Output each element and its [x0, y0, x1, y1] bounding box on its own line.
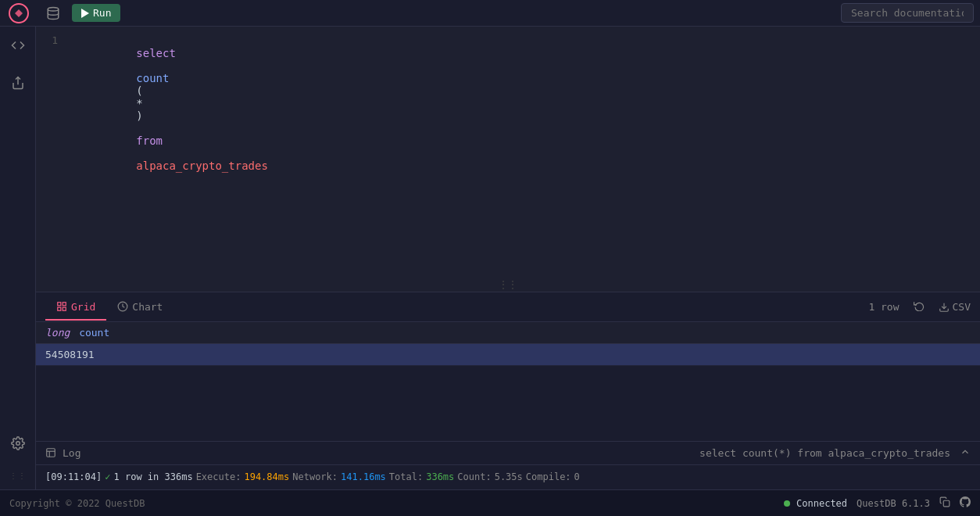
log-execute-label: Execute:: [196, 470, 241, 485]
line-numbers: 1: [36, 27, 64, 292]
tab-chart[interactable]: Chart: [106, 295, 173, 321]
status-bar: Copyright © 2022 QuestDB Connected Quest…: [0, 489, 980, 516]
sidebar: ⋮⋮: [0, 27, 36, 489]
svg-rect-6: [63, 303, 66, 306]
log-compile-label: Compile:: [526, 470, 571, 485]
results-tabs: Grid Chart 1 row: [36, 292, 980, 322]
col-count-header: long count: [36, 322, 980, 344]
connected-label: Connected: [796, 498, 847, 509]
drag-handle[interactable]: ⋮⋮: [497, 278, 519, 292]
svg-point-4: [16, 442, 20, 446]
col-type: long: [45, 327, 70, 339]
search-input[interactable]: [841, 3, 974, 23]
kw-close-paren: ): [136, 109, 142, 122]
svg-marker-2: [81, 9, 89, 18]
chart-icon: [117, 301, 128, 312]
log-content: [09:11:04] ✓ 1 row in 336ms Execute: 194…: [36, 465, 980, 489]
kw-paren: (: [136, 84, 142, 97]
log-total-label: Total:: [389, 470, 423, 485]
kw-star: *: [136, 97, 142, 109]
log-query-echo: select count(*) from alpaca_crypto_trade…: [699, 447, 950, 459]
tab-grid[interactable]: Grid: [45, 295, 106, 321]
svg-rect-5: [58, 303, 61, 306]
copyright: Copyright © 2022 QuestDB: [9, 498, 145, 509]
cell-value: 54508191: [45, 349, 95, 360]
refresh-button[interactable]: [909, 299, 929, 316]
connected-status: Connected: [784, 498, 847, 509]
svg-point-1: [48, 7, 59, 11]
data-table-wrap: long count 54508191: [36, 322, 980, 441]
log-count-label: Count:: [457, 470, 491, 485]
log-success-msg: 1 row in 336ms: [113, 470, 192, 485]
tab-right: 1 row CSV: [868, 299, 971, 316]
main-layout: ⋮⋮ 1 select count ( * ) from: [0, 27, 980, 489]
sidebar-item-settings[interactable]: [5, 431, 30, 456]
col-name: count: [79, 327, 109, 339]
log-expand-icon[interactable]: [960, 446, 971, 460]
sidebar-item-code[interactable]: [5, 33, 30, 58]
table-header: long count: [36, 322, 980, 344]
table-body: 54508191: [36, 344, 980, 366]
topbar: Run: [0, 0, 980, 27]
topbar-left: Run: [6, 1, 120, 26]
logo-icon[interactable]: [6, 1, 31, 26]
log-compile-val: 0: [574, 470, 580, 485]
log-count-val: 5.35s: [495, 470, 523, 485]
svg-rect-14: [943, 500, 950, 507]
version-text: QuestDB 6.1.3: [857, 498, 930, 509]
content-area: 1 select count ( * ) from alpaca_crypto_…: [36, 27, 980, 489]
log-network-val: 141.16ms: [341, 470, 386, 485]
results-area: Grid Chart 1 row: [36, 292, 980, 489]
editor-area: 1 select count ( * ) from alpaca_crypto_…: [36, 27, 980, 292]
svg-rect-8: [63, 307, 66, 310]
table-cell-count: 54508191: [36, 344, 980, 366]
editor-inner: 1 select count ( * ) from alpaca_crypto_…: [36, 27, 980, 292]
log-network-label: Network:: [292, 470, 338, 485]
run-button[interactable]: Run: [72, 4, 120, 22]
kw-from: from: [136, 134, 163, 147]
line-number: 1: [42, 34, 58, 46]
tab-chart-label: Chart: [132, 301, 163, 313]
data-table: long count 54508191: [36, 322, 980, 366]
log-title: Log: [63, 447, 80, 459]
kw-table: alpaca_crypto_trades: [136, 159, 268, 172]
sidebar-drag-handle: ⋮⋮: [9, 468, 27, 483]
kw-select: select: [136, 47, 176, 59]
status-right: Connected QuestDB 6.1.3: [784, 496, 971, 510]
csv-button[interactable]: CSV: [939, 301, 971, 313]
log-execute-val: 194.84ms: [244, 470, 289, 485]
log-total-val: 336ms: [426, 470, 454, 485]
svg-rect-11: [47, 449, 55, 457]
table-row[interactable]: 54508191: [36, 344, 980, 366]
log-check-icon: ✓: [105, 470, 110, 485]
row-count: 1 row: [868, 301, 899, 313]
log-time: [09:11:04]: [45, 470, 102, 485]
run-label: Run: [93, 7, 111, 19]
connected-dot: [784, 500, 790, 507]
copy-icon[interactable]: [939, 496, 950, 510]
kw-count: count: [136, 72, 169, 84]
tab-grid-label: Grid: [71, 301, 95, 313]
table-header-row: long count: [36, 322, 980, 344]
sidebar-item-share[interactable]: [5, 70, 30, 95]
svg-rect-7: [58, 307, 61, 310]
github-icon[interactable]: [960, 496, 971, 510]
csv-label: CSV: [953, 301, 971, 313]
log-icon: [45, 447, 56, 458]
grid-icon: [56, 301, 67, 312]
log-header[interactable]: Log select count(*) from alpaca_crypto_t…: [36, 442, 980, 465]
log-area: Log select count(*) from alpaca_crypto_t…: [36, 441, 980, 489]
code-content[interactable]: select count ( * ) from alpaca_crypto_tr…: [64, 27, 274, 292]
database-icon[interactable]: [41, 1, 66, 26]
